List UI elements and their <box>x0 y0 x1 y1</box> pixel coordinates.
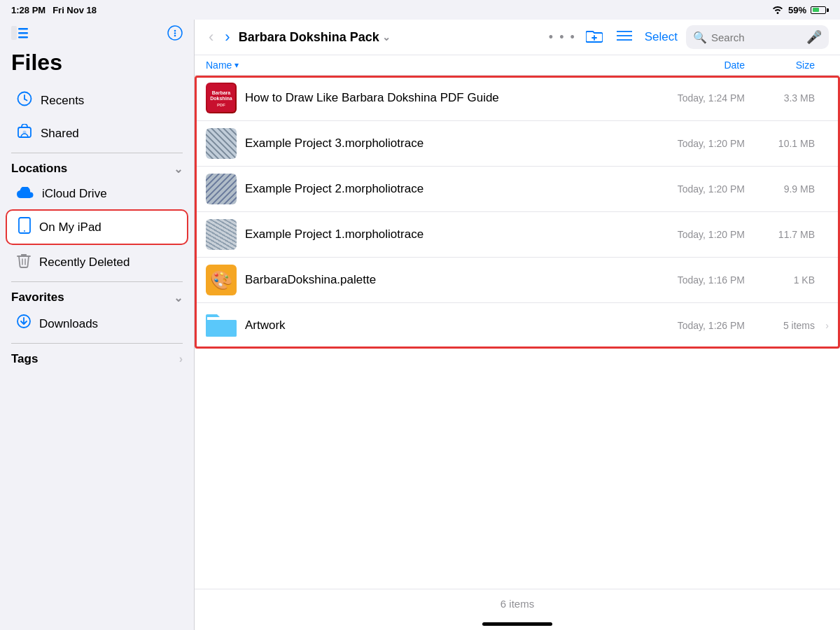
search-icon: 🔍 <box>693 31 707 44</box>
wifi-icon <box>771 4 784 16</box>
file-name: How to Draw Like Barbara Dokshina PDF Gu… <box>245 91 619 105</box>
file-date: Today, 1:20 PM <box>619 183 745 195</box>
back-button[interactable]: ‹ <box>206 27 216 48</box>
battery-icon <box>811 6 829 14</box>
file-name: BarbaraDokshina.palette <box>245 273 619 287</box>
svg-line-10 <box>24 99 27 101</box>
file-size: 10.1 MB <box>745 138 815 149</box>
favorites-section-header[interactable]: Favorites ⌄ <box>0 285 194 307</box>
table-row[interactable]: Example Project 2.morpholiotrace Today, … <box>195 167 840 212</box>
tags-section-header[interactable]: Tags › <box>0 346 194 369</box>
battery-percent: 59% <box>788 5 806 15</box>
app-title: Files <box>0 47 194 84</box>
time-display: 1:28 PM <box>11 5 46 15</box>
svg-rect-1 <box>18 28 28 30</box>
svg-point-14 <box>24 230 25 232</box>
table-row[interactable]: BarbaraDokshina PDF How to Draw Like Bar… <box>195 76 840 121</box>
file-thumbnail-morpholiotrace2 <box>206 174 237 204</box>
svg-point-7 <box>174 35 176 37</box>
sidebar-downloads-label: Downloads <box>39 317 98 331</box>
forward-button[interactable]: › <box>222 27 232 48</box>
svg-rect-0 <box>11 26 17 40</box>
file-size: 3.3 MB <box>745 92 815 104</box>
table-row[interactable]: Example Project 1.morpholiotrace Today, … <box>195 212 840 258</box>
sidebar-item-on-my-ipad[interactable]: On My iPad <box>6 209 188 245</box>
table-row[interactable]: 🎨 BarbaraDokshina.palette Today, 1:16 PM… <box>195 258 840 303</box>
sidebar-toggle-button[interactable] <box>11 26 28 44</box>
file-date: Today, 1:20 PM <box>619 138 745 149</box>
file-size: 9.9 MB <box>745 183 815 195</box>
sidebar-divider-3 <box>11 343 183 344</box>
clock-icon <box>17 91 32 110</box>
file-thumbnail-pdf: BarbaraDokshina PDF <box>206 83 237 113</box>
mic-icon[interactable]: 🎤 <box>806 29 822 45</box>
sidebar-divider-1 <box>11 153 183 153</box>
select-button[interactable]: Select <box>642 29 680 46</box>
locations-label: Locations <box>11 162 67 176</box>
file-thumbnail-morpholiotrace3 <box>206 219 237 250</box>
file-name: Example Project 1.morpholiotrace <box>245 227 619 241</box>
sidebar-on-my-ipad-label: On My iPad <box>39 220 102 234</box>
sidebar-recents-label: Recents <box>41 94 84 108</box>
name-column-header[interactable]: Name ▾ <box>206 59 619 71</box>
svg-point-6 <box>174 32 176 34</box>
file-size: 5 items <box>745 320 815 331</box>
file-row-chevron: › <box>815 320 829 331</box>
svg-rect-2 <box>18 32 28 34</box>
sidebar-icloud-label: iCloud Drive <box>42 187 107 201</box>
sidebar-recently-deleted-label: Recently Deleted <box>39 255 130 270</box>
sidebar-divider-2 <box>11 281 183 282</box>
file-size: 11.7 MB <box>745 229 815 240</box>
file-name: Example Project 3.morpholiotrace <box>245 136 619 150</box>
file-name: Artwork <box>245 318 619 332</box>
locations-section-header[interactable]: Locations ⌄ <box>0 156 194 178</box>
svg-point-5 <box>174 30 176 32</box>
locations-chevron-icon: ⌄ <box>174 162 183 176</box>
tags-chevron-right-icon: › <box>179 353 183 365</box>
sidebar-item-shared[interactable]: Shared <box>6 118 188 149</box>
icloud-icon <box>17 186 34 202</box>
more-options-button[interactable] <box>167 25 183 44</box>
sidebar-item-recently-deleted[interactable]: Recently Deleted <box>6 246 188 278</box>
trash-icon <box>17 253 31 272</box>
file-thumbnail-palette: 🎨 <box>206 265 237 295</box>
sidebar: Files Recents Shared Locations ⌄ iCl <box>0 20 195 630</box>
table-row[interactable]: Artwork Today, 1:26 PM 5 items › <box>195 303 840 349</box>
date-column-header[interactable]: Date <box>619 59 745 71</box>
sidebar-shared-label: Shared <box>41 127 79 141</box>
list-view-button[interactable] <box>612 28 636 47</box>
file-size: 1 KB <box>745 274 815 286</box>
folder-dropdown-icon: ⌄ <box>382 31 391 43</box>
sidebar-item-icloud-drive[interactable]: iCloud Drive <box>6 179 188 208</box>
search-bar[interactable]: 🔍 🎤 <box>686 25 829 49</box>
content-area: ‹ › Barbara Dokshina Pack ⌄ • • • Select… <box>195 20 840 630</box>
ipad-icon <box>18 217 31 237</box>
status-bar: 1:28 PM Fri Nov 18 59% <box>0 0 840 20</box>
table-row[interactable]: Example Project 3.morpholiotrace Today, … <box>195 121 840 167</box>
sidebar-item-recents[interactable]: Recents <box>6 85 188 116</box>
file-date: Today, 1:16 PM <box>619 274 745 286</box>
file-date: Today, 1:26 PM <box>619 320 745 331</box>
favorites-label: Favorites <box>11 290 64 304</box>
folder-name: Barbara Dokshina Pack <box>239 30 379 45</box>
file-list: BarbaraDokshina PDF How to Draw Like Bar… <box>195 76 840 589</box>
three-dots-icon: • • • <box>549 30 576 45</box>
date-display: Fri Nov 18 <box>52 5 97 15</box>
new-folder-button[interactable] <box>582 27 607 48</box>
svg-rect-3 <box>18 36 28 38</box>
file-date: Today, 1:24 PM <box>619 92 745 104</box>
navigation-bar: ‹ › Barbara Dokshina Pack ⌄ • • • Select… <box>195 20 840 55</box>
file-name: Example Project 2.morpholiotrace <box>245 182 619 196</box>
item-count: 6 items <box>195 589 840 618</box>
tags-label: Tags <box>11 352 38 366</box>
download-icon <box>17 314 31 333</box>
favorites-chevron-icon: ⌄ <box>174 291 183 304</box>
search-input[interactable] <box>711 31 802 43</box>
folder-title-button[interactable]: Barbara Dokshina Pack ⌄ <box>239 30 391 45</box>
size-column-header[interactable]: Size <box>745 59 815 71</box>
shared-icon <box>17 124 32 143</box>
file-thumbnail-folder <box>206 310 237 341</box>
home-indicator[interactable] <box>482 622 552 626</box>
sidebar-item-downloads[interactable]: Downloads <box>6 308 188 340</box>
file-thumbnail-morpholiotrace <box>206 128 237 159</box>
